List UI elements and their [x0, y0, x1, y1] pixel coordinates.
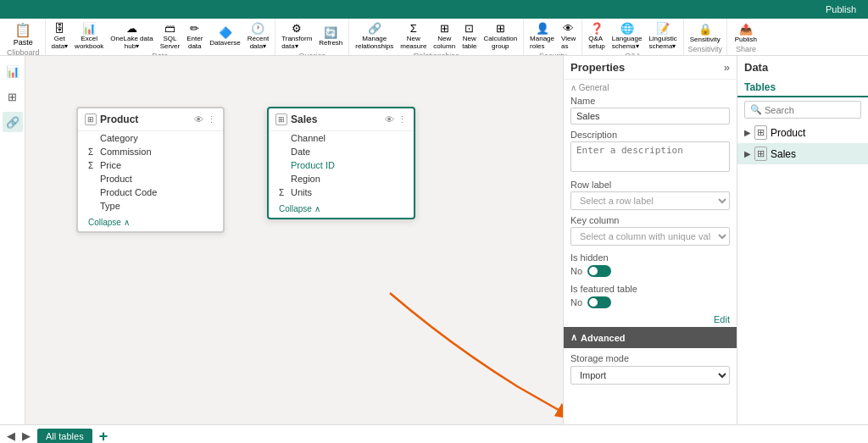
share-label: Share	[736, 45, 756, 53]
ribbon-group-sensitivity: 🔒 Sensitivity Sensitivity	[684, 19, 727, 55]
data-panel-tab[interactable]: Tables	[737, 79, 868, 97]
excel-workbook-button[interactable]: 📊 Excelworkbook	[72, 20, 106, 52]
storage-mode-select[interactable]: Import	[570, 366, 730, 385]
properties-header: Properties »	[564, 56, 737, 80]
key-column-label: Key column	[570, 215, 730, 225]
sidebar-icon-report[interactable]: 📊	[3, 61, 23, 81]
data-panel: Data Tables 🔍 ▶ ⊞ Product ▶ ⊞ Sales	[737, 56, 868, 424]
transform-data-button[interactable]: ⚙ Transformdata▾	[279, 20, 314, 52]
sales-field-channel[interactable]: Channel	[269, 131, 414, 145]
sales-expand-icon: ▶	[744, 149, 751, 158]
search-input[interactable]	[765, 105, 855, 115]
product-expand-icon: ▶	[744, 128, 751, 137]
language-schema-button[interactable]: 🌐 Languageschema▾	[609, 20, 645, 52]
ribbon-group-clipboard: 📋 Paste Clipboard	[2, 19, 46, 55]
product-field-product[interactable]: Product	[78, 172, 223, 186]
bottom-bar: ◀ ▶ All tables +	[0, 424, 868, 443]
recent-data-button[interactable]: 🕐 Recentdata▾	[245, 20, 271, 52]
description-input[interactable]	[570, 141, 730, 172]
product-field-category[interactable]: Category	[78, 131, 223, 145]
all-tables-tab[interactable]: All tables	[37, 429, 92, 444]
enter-data-button[interactable]: ✏ Enterdata	[184, 20, 205, 52]
product-field-price[interactable]: ΣPrice	[78, 158, 223, 172]
sales-table-card: ⊞ Sales 👁 ⋮ Channel Date Product ID Regi…	[267, 107, 415, 219]
sales-table-footer: Collapse ∧	[269, 199, 414, 218]
sidebar-icon-table[interactable]: ⊞	[3, 86, 23, 107]
ribbon: 📋 Paste Clipboard 🗄 Getdata▾ 📊 Excelwork…	[0, 19, 868, 56]
data-search-container: 🔍	[744, 101, 861, 119]
paste-button[interactable]: 📋 Paste	[10, 20, 36, 48]
top-bar: Publish	[0, 0, 868, 19]
sales-field-units[interactable]: ΣUnits	[269, 186, 414, 199]
sales-collapse-link[interactable]: Collapse ∧	[279, 204, 320, 213]
manage-relationships-button[interactable]: 🔗 Managerelationships	[353, 20, 396, 52]
product-table-card: ⊞ Product 👁 ⋮ Category ΣCommission ΣPric…	[76, 107, 225, 233]
name-input[interactable]	[570, 108, 730, 125]
canvas: ⊞ Product 👁 ⋮ Category ΣCommission ΣPric…	[25, 56, 563, 424]
dataverse-button[interactable]: 🔷 Dataverse	[207, 25, 242, 48]
onelake-button[interactable]: ☁ OneLake datahub▾	[108, 20, 155, 52]
is-hidden-toggle-row: No	[570, 265, 730, 277]
product-field-code[interactable]: Product Code	[78, 186, 223, 199]
sql-server-button[interactable]: 🗃 SQLServer	[158, 20, 183, 52]
sales-field-region[interactable]: Region	[269, 172, 414, 186]
product-table-header: ⊞ Product 👁 ⋮	[78, 108, 223, 131]
general-section-label: ∧ General	[570, 83, 730, 92]
advanced-section-header[interactable]: ∧ Advanced	[564, 327, 737, 348]
data-item-product[interactable]: ▶ ⊞ Product	[737, 122, 868, 143]
storage-mode-label: Storage mode	[570, 353, 730, 363]
manage-roles-button[interactable]: 👤 Manageroles	[527, 20, 557, 52]
data-item-product-label: Product	[771, 127, 805, 139]
view-as-button[interactable]: 👁 Viewas	[559, 20, 578, 52]
sales-field-productid[interactable]: Product ID	[269, 158, 414, 172]
data-item-sales-label: Sales	[771, 148, 796, 160]
sidebar-icon-model[interactable]: 🔗	[3, 112, 23, 132]
description-label: Description	[570, 130, 730, 140]
new-measure-button[interactable]: Σ Newmeasure	[398, 20, 429, 52]
qa-setup-button[interactable]: ❓ Q&Asetup	[586, 20, 608, 52]
ribbon-group-qa: ❓ Q&Asetup 🌐 Languageschema▾ 📝 Linguisti…	[582, 19, 684, 55]
linguistic-schema-button[interactable]: 📝 Linguisticschema▾	[646, 20, 679, 52]
row-label-label: Row label	[570, 180, 730, 190]
product-field-commission[interactable]: ΣCommission	[78, 145, 223, 158]
product-collapse-link[interactable]: Collapse ∧	[88, 218, 130, 227]
sales-field-date[interactable]: Date	[269, 145, 414, 158]
product-table-body: Category ΣCommission ΣPrice Product Prod…	[78, 131, 223, 213]
product-table-title: Product	[100, 114, 194, 125]
nav-right[interactable]: ▶	[22, 429, 31, 442]
data-item-sales[interactable]: ▶ ⊞ Sales	[737, 143, 868, 164]
row-label-select[interactable]: Select a row label	[570, 191, 730, 210]
sales-table-title: Sales	[291, 114, 385, 125]
advanced-chevron: ∧	[570, 332, 577, 343]
publish-button[interactable]: Publish	[821, 4, 861, 14]
product-field-type[interactable]: Type	[78, 199, 223, 213]
storage-mode-section: Storage mode Import	[564, 348, 737, 390]
is-hidden-section: Is hidden No	[570, 252, 730, 277]
sensitivity-button[interactable]: 🔒 Sensitivity	[687, 21, 723, 45]
sales-table-menu[interactable]: ⋮	[398, 114, 407, 125]
nav-left[interactable]: ◀	[7, 429, 15, 442]
new-column-button[interactable]: ⊞ Newcolumn	[431, 20, 458, 52]
product-table-menu[interactable]: ⋮	[207, 114, 216, 125]
calculation-group-button[interactable]: ⊞ Calculationgroup	[481, 20, 520, 52]
main-layout: 📊 ⊞ 🔗 ⊞ Product 👁 ⋮ Category ΣCommission	[0, 56, 868, 424]
key-column-select[interactable]: Select a column with unique values	[570, 227, 730, 246]
product-table-eye[interactable]: 👁	[194, 114, 203, 125]
is-featured-toggle-row: No	[570, 296, 730, 308]
ribbon-group-relationships: 🔗 Managerelationships Σ Newmeasure ⊞ New…	[349, 19, 524, 55]
get-data-button[interactable]: 🗄 Getdata▾	[49, 20, 71, 52]
refresh-button[interactable]: 🔄 Refresh	[316, 25, 345, 48]
is-hidden-toggle[interactable]	[587, 265, 611, 277]
new-table-button[interactable]: ⊡ Newtable	[459, 20, 479, 52]
add-table-button[interactable]: +	[99, 429, 108, 444]
sales-table-eye[interactable]: 👁	[385, 114, 394, 125]
is-featured-section: Is featured table No	[570, 284, 730, 308]
publish-ribbon-button[interactable]: 📤 Publish	[732, 21, 760, 45]
is-featured-toggle[interactable]	[587, 296, 611, 308]
search-icon: 🔍	[750, 104, 762, 115]
properties-expand-btn[interactable]: »	[724, 61, 730, 74]
ribbon-group-queries: ⚙ Transformdata▾ 🔄 Refresh Queries	[275, 19, 349, 55]
ribbon-group-security: 👤 Manageroles 👁 Viewas Security	[524, 19, 582, 55]
edit-link[interactable]: Edit	[714, 314, 730, 324]
sales-table-body: Channel Date Product ID Region ΣUnits	[269, 131, 414, 199]
